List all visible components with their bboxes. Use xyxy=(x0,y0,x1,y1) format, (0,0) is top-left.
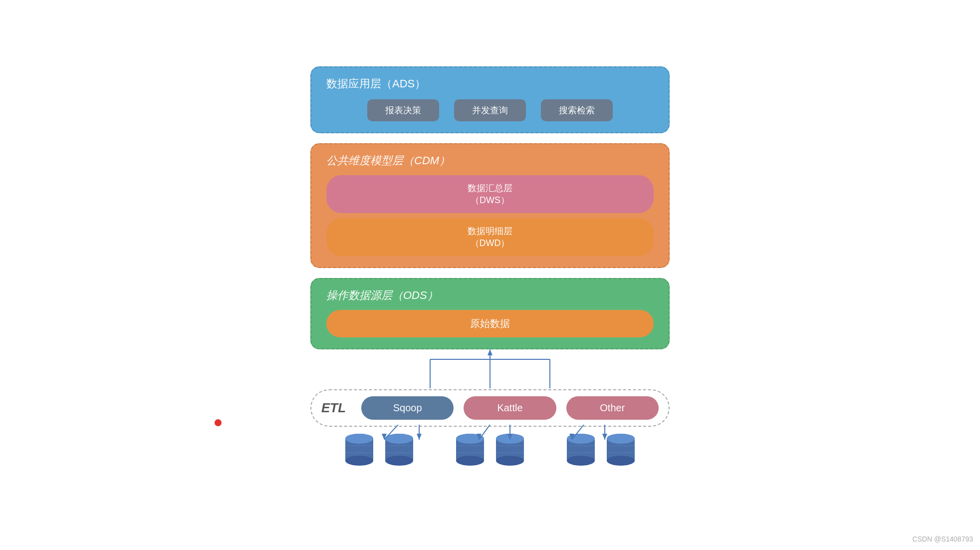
svg-point-44 xyxy=(567,456,595,466)
cdm-title: 公共维度模型层（CDM） xyxy=(326,153,654,168)
dws-bar: 数据汇总层 （DWS） xyxy=(326,175,654,213)
kattle-button[interactable]: Kattle xyxy=(464,396,556,420)
ads-buttons: 报表决策 并发查询 搜索检索 xyxy=(326,99,654,121)
diagram-container: 数据应用层（ADS） 报表决策 并发查询 搜索检索 公共维度模型层（CDM） 数… xyxy=(305,66,675,468)
ods-to-etl-arrow xyxy=(310,349,670,389)
ads-layer: 数据应用层（ADS） 报表决策 并发查询 搜索检索 xyxy=(310,66,670,133)
svg-line-6 xyxy=(384,425,398,440)
db-area xyxy=(310,432,670,468)
svg-point-50 xyxy=(607,456,635,466)
ads-btn-concurrent[interactable]: 并发查询 xyxy=(454,99,526,121)
raw-data-bar: 原始数据 xyxy=(326,310,654,337)
etl-label: ETL xyxy=(321,400,351,416)
watermark: CSDN @S1408793 xyxy=(912,535,973,543)
svg-marker-15 xyxy=(569,434,574,440)
svg-point-38 xyxy=(496,456,524,466)
svg-marker-17 xyxy=(602,434,607,440)
cdm-layer: 公共维度模型层（CDM） 数据汇总层 （DWS） 数据明细层 （DWD） xyxy=(310,143,670,268)
svg-point-26 xyxy=(385,456,413,466)
dwd-bar: 数据明细层 （DWD） xyxy=(326,218,654,256)
svg-point-20 xyxy=(345,456,373,466)
svg-marker-5 xyxy=(488,349,492,355)
svg-marker-13 xyxy=(507,434,512,440)
other-button[interactable]: Other xyxy=(566,396,659,420)
ads-btn-report[interactable]: 报表决策 xyxy=(367,99,439,121)
svg-line-10 xyxy=(479,425,490,440)
red-dot-indicator xyxy=(215,419,222,426)
svg-point-32 xyxy=(456,456,484,466)
ods-layer: 操作数据源层（ODS） 原始数据 xyxy=(310,278,670,349)
etl-layer: ETL Sqoop Kattle Other xyxy=(310,389,670,427)
svg-line-14 xyxy=(572,425,584,440)
ads-title: 数据应用层（ADS） xyxy=(326,76,654,91)
svg-marker-7 xyxy=(382,434,387,440)
etl-to-db-connectors xyxy=(310,425,670,440)
ads-btn-search[interactable]: 搜索检索 xyxy=(541,99,613,121)
arrow-area xyxy=(310,349,670,389)
sqoop-button[interactable]: Sqoop xyxy=(361,396,454,420)
ods-title: 操作数据源层（ODS） xyxy=(326,288,654,303)
svg-marker-9 xyxy=(417,434,422,440)
